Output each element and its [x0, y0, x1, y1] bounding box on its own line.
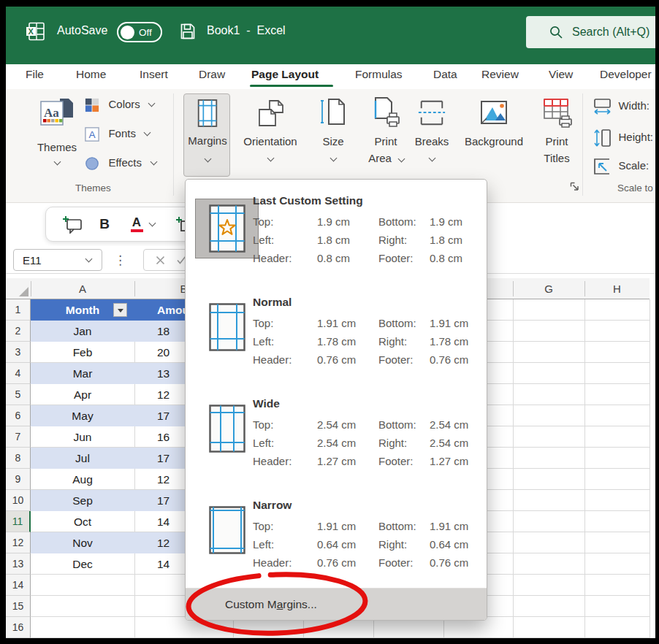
margin-preset-wide[interactable]: Wide Top:2.54 cmBottom:2.54 cm Left:2.54… [186, 393, 487, 494]
label-left: Left: [253, 332, 317, 350]
font-color-button[interactable]: A [122, 207, 163, 241]
cell-month[interactable]: Dec [31, 553, 134, 575]
label-right: Right: [378, 535, 430, 553]
toolbar-drag-handle-icon[interactable]: ⋮ [114, 253, 126, 268]
tab-data[interactable]: Data [433, 68, 457, 81]
label-left: Left: [253, 434, 317, 452]
scale-field[interactable]: Scale: [593, 158, 649, 175]
row-header[interactable]: 10 [6, 490, 31, 511]
margins-button[interactable]: Margins [183, 93, 230, 177]
background-button[interactable]: Background [457, 93, 530, 177]
value-left: 1.78 cm [317, 332, 378, 350]
excel-app-icon[interactable]: X [26, 22, 45, 41]
row-header-active[interactable]: 11 [6, 511, 31, 532]
value-footer: 0.76 cm [430, 553, 468, 572]
row-header[interactable]: 3 [6, 342, 31, 363]
new-comment-button[interactable] [56, 207, 88, 241]
print-titles-button[interactable]: Print Titles [535, 93, 579, 177]
tab-home[interactable]: Home [76, 68, 106, 81]
cell-month[interactable]: Jun [31, 426, 134, 448]
save-icon[interactable] [180, 23, 196, 40]
column-separator[interactable] [134, 281, 135, 296]
row-header[interactable]: 5 [6, 384, 31, 405]
chevron-down-icon [148, 219, 156, 226]
label-right: Right: [378, 434, 430, 452]
value-footer: 0.8 cm [430, 249, 462, 267]
cell-month[interactable]: Sep [31, 490, 134, 511]
print-area-button[interactable]: Print Area [361, 93, 411, 177]
name-box[interactable]: E11 [13, 249, 102, 271]
cell-month[interactable]: Nov [31, 532, 134, 553]
tab-formulas[interactable]: Formulas [355, 68, 403, 81]
column-separator[interactable] [513, 281, 514, 296]
effects-button[interactable]: Effects [85, 156, 156, 174]
tab-page-layout[interactable]: Page Layout [251, 68, 319, 81]
autosave-toggle[interactable]: Off [117, 22, 162, 42]
preset-values: Top:1.91 cmBottom:1.91 cm Left:1.78 cmRi… [253, 314, 468, 369]
cell-month[interactable]: Jan [31, 321, 134, 342]
filter-dropdown-button[interactable] [113, 303, 127, 317]
gridline-vertical [584, 299, 585, 638]
height-field[interactable]: Height: [593, 129, 653, 146]
fonts-icon: A [85, 127, 99, 142]
cell-month[interactable]: Feb [31, 342, 134, 363]
orientation-button[interactable]: Orientation [235, 93, 305, 177]
cell-month[interactable]: Mar [31, 363, 134, 384]
tab-file[interactable]: File [26, 68, 44, 81]
cell-month[interactable]: Oct [31, 511, 134, 532]
row-header[interactable]: 6 [6, 405, 31, 426]
dialog-launcher-icon[interactable] [570, 182, 579, 191]
chevron-down-icon [429, 155, 436, 162]
label-header: Header: [253, 452, 317, 470]
label-left: Left: [253, 231, 317, 249]
select-all-corner[interactable] [6, 278, 31, 299]
row-header[interactable]: 12 [6, 532, 31, 553]
row-header[interactable]: 7 [6, 426, 31, 448]
tab-review[interactable]: Review [481, 68, 519, 81]
row-header[interactable]: 9 [6, 469, 31, 490]
column-header-h[interactable]: H [584, 278, 650, 299]
tab-insert[interactable]: Insert [140, 68, 168, 81]
cell-month[interactable]: May [31, 405, 134, 426]
value-header: 0.8 cm [317, 249, 378, 267]
size-button[interactable]: Size [313, 93, 354, 177]
colors-button[interactable]: Colors [85, 98, 154, 115]
width-field[interactable]: Width: [593, 98, 650, 115]
row-header[interactable]: 8 [6, 448, 31, 469]
column-separator[interactable] [584, 281, 585, 296]
cell-month[interactable]: Apr [31, 384, 134, 405]
column-separator[interactable] [31, 281, 31, 296]
themes-button[interactable]: Aa Themes [34, 95, 80, 175]
tab-developer[interactable]: Developer [600, 68, 652, 81]
tab-draw[interactable]: Draw [199, 68, 225, 81]
margin-preset-normal[interactable]: Normal Top:1.91 cmBottom:1.91 cm Left:1.… [186, 291, 487, 393]
value-header: 1.27 cm [317, 452, 378, 470]
print-titles-label-1: Print [535, 135, 579, 147]
month-header-label: Month [66, 304, 99, 316]
red-highlight-ellipse [178, 566, 382, 642]
row-header[interactable]: 15 [6, 596, 31, 617]
search-box[interactable]: Search (Alt+Q) [526, 16, 659, 48]
row-header[interactable]: 4 [6, 363, 31, 384]
row-header[interactable]: 2 [6, 321, 31, 342]
row-header[interactable]: 14 [6, 575, 31, 596]
bold-button[interactable]: B [91, 207, 118, 241]
margin-preset-thumbnail [209, 303, 245, 354]
cell-month[interactable]: Aug [31, 469, 134, 490]
column-header-g[interactable]: G [513, 278, 584, 299]
breaks-button[interactable]: Breaks [410, 93, 454, 177]
chevron-down-icon [144, 129, 151, 137]
row-header[interactable]: 13 [6, 553, 31, 575]
tab-view[interactable]: View [549, 68, 573, 81]
gridline-vertical [513, 299, 514, 638]
page-margins-icon [209, 303, 245, 351]
scale-icon [593, 158, 612, 175]
cancel-icon[interactable] [156, 256, 165, 265]
column-header-a[interactable]: A [31, 278, 134, 299]
cell-month[interactable]: Jul [31, 448, 134, 469]
margin-preset-last-custom-setting[interactable]: Last Custom Setting Top:1.9 cmBottom:1.9… [186, 190, 487, 291]
row-header[interactable]: 16 [6, 617, 31, 638]
row-header[interactable]: 1 [6, 299, 31, 321]
breaks-icon [417, 99, 446, 127]
fonts-button[interactable]: A Fonts [85, 127, 150, 145]
